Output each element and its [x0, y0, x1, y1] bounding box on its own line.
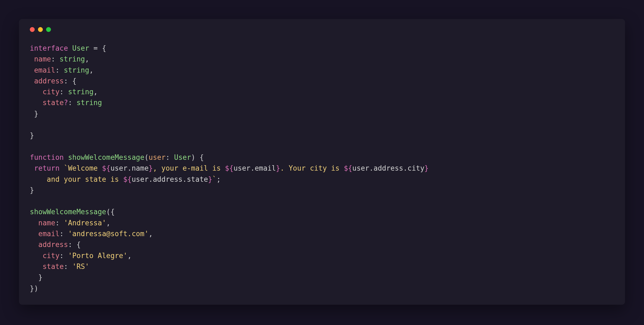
- minimize-icon[interactable]: [38, 27, 43, 32]
- code-line: function showWelcomeMessage(user: User) …: [30, 153, 204, 161]
- code-editor-window: interface User = { name: string, email: …: [19, 19, 625, 305]
- code-line: interface User = {: [30, 44, 106, 52]
- code-line: [30, 197, 34, 205]
- code-line: email: string,: [30, 66, 94, 74]
- window-controls: [30, 27, 614, 32]
- code-line: }: [30, 131, 34, 139]
- code-line: name: 'Andressa',: [30, 219, 110, 227]
- code-line: name: string,: [30, 55, 89, 63]
- code-line: address: {: [30, 77, 76, 85]
- close-icon[interactable]: [30, 27, 35, 32]
- code-line: [30, 142, 34, 151]
- code-content[interactable]: interface User = { name: string, email: …: [30, 43, 614, 294]
- code-line: [30, 121, 34, 129]
- code-line: }: [30, 273, 43, 281]
- code-line: state?: string: [30, 99, 102, 107]
- code-line: email: 'andressa@soft.com',: [30, 230, 153, 238]
- code-line: }): [30, 284, 38, 292]
- code-line: }: [30, 186, 34, 194]
- code-line: state: 'RS': [30, 262, 89, 271]
- code-line: and your state is ${user.address.state}`…: [30, 175, 221, 183]
- maximize-icon[interactable]: [46, 27, 51, 32]
- code-line: city: string,: [30, 88, 98, 96]
- code-line: address: {: [30, 240, 81, 249]
- code-line: showWelcomeMessage({: [30, 208, 115, 216]
- code-line: }: [30, 110, 38, 118]
- code-line: return `Welcome ${user.name}, your e-mai…: [30, 164, 429, 172]
- code-line: city: 'Porto Alegre',: [30, 252, 132, 260]
